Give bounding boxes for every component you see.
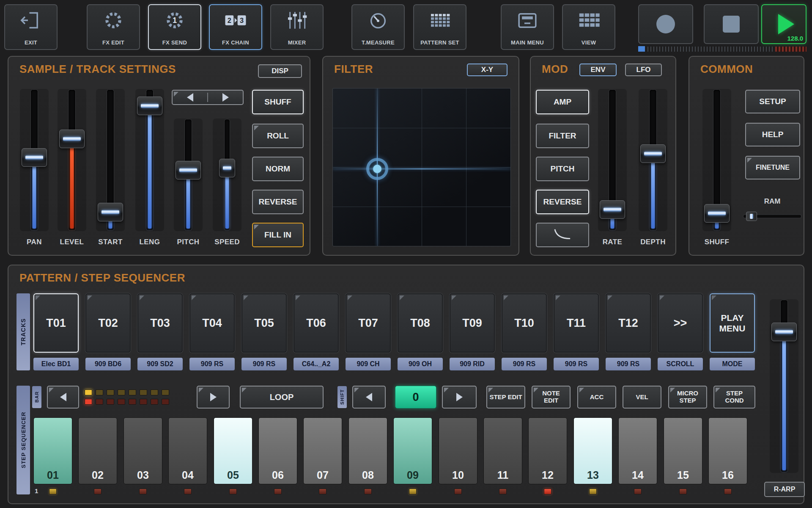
pattern-side-slider-handle[interactable] <box>771 323 797 341</box>
shift-next-button[interactable] <box>442 386 477 409</box>
slider-rate-handle[interactable] <box>600 200 625 219</box>
shuff-button[interactable]: SHUFF <box>252 90 304 114</box>
step-cond-button[interactable]: STEP COND <box>713 386 755 409</box>
sample-next-button[interactable] <box>208 91 243 104</box>
vel-button[interactable]: VEL <box>623 386 661 409</box>
step-10[interactable]: 10 <box>439 417 477 484</box>
step-07[interactable]: 07 <box>303 417 342 484</box>
step-led-09 <box>409 489 417 494</box>
slider-speed-handle[interactable] <box>219 159 235 177</box>
slider-depth[interactable]: DEPTH <box>637 89 669 246</box>
step-01[interactable]: 01 <box>33 417 72 484</box>
fill-in-button[interactable]: FILL IN <box>252 223 304 247</box>
step-edit-button[interactable]: STEP EDIT <box>486 386 525 409</box>
pattern-side-slider[interactable] <box>768 299 800 488</box>
fx-chain-button[interactable]: FX CHAIN <box>209 4 262 50</box>
step-08[interactable]: 08 <box>348 417 387 484</box>
slider-depth-handle[interactable] <box>640 144 666 163</box>
slider-pitch-handle[interactable] <box>176 161 201 179</box>
mod-filter-button[interactable]: FILTER <box>536 124 589 148</box>
xy-pad[interactable] <box>332 88 511 246</box>
slider-level-handle[interactable] <box>59 130 85 148</box>
scroll-tile[interactable]: >> <box>658 293 703 353</box>
track-tile-t02[interactable]: T02 <box>85 293 131 353</box>
finetune-button[interactable]: FINETUNE <box>745 156 800 179</box>
step-02[interactable]: 02 <box>78 417 117 484</box>
slider-start-handle[interactable] <box>98 203 123 221</box>
t-measure-button[interactable]: T.MEASURE <box>351 4 405 50</box>
help-button[interactable]: HELP <box>745 123 800 146</box>
track-tile-t11[interactable]: T11 <box>554 293 599 353</box>
ram-slider-handle[interactable] <box>746 212 757 221</box>
step-12[interactable]: 12 <box>528 417 567 484</box>
mod-reverse-button[interactable]: REVERSE <box>536 190 589 214</box>
track-tile-t05[interactable]: T05 <box>241 293 287 353</box>
mod-tab-env[interactable]: ENV <box>579 64 617 76</box>
note-edit-button[interactable]: NOTE EDIT <box>532 386 571 409</box>
mod-pitch-button[interactable]: PITCH <box>536 157 589 181</box>
norm-button[interactable]: NORM <box>252 157 304 181</box>
slider-pan[interactable]: PAN <box>19 89 50 246</box>
step-11[interactable]: 11 <box>483 417 522 484</box>
step-09[interactable]: 09 <box>393 417 432 484</box>
mod-amp-button[interactable]: AMP <box>536 90 589 114</box>
slider-leng-handle[interactable] <box>137 97 162 115</box>
track-tile-t09[interactable]: T09 <box>450 293 495 353</box>
track-tile-t06[interactable]: T06 <box>294 293 339 353</box>
fx-edit-button[interactable]: FX EDIT <box>87 4 140 50</box>
step-04[interactable]: 04 <box>168 417 207 484</box>
mod-decay-curve-button[interactable] <box>536 223 589 247</box>
track-tile-t04[interactable]: T04 <box>189 293 235 353</box>
fx-send-button[interactable]: FX SEND <box>148 4 201 50</box>
slider-common-shuff-handle[interactable] <box>704 204 730 223</box>
slider-leng[interactable]: LENG <box>134 89 165 246</box>
roll-button[interactable]: ROLL <box>252 124 304 148</box>
pattern-set-button[interactable]: PATTERN SET <box>413 4 466 50</box>
setup-button[interactable]: SETUP <box>745 90 800 113</box>
step-15[interactable]: 15 <box>664 417 702 484</box>
exit-button[interactable]: EXIT <box>4 4 58 50</box>
mod-tab-lfo[interactable]: LFO <box>625 64 662 76</box>
step-16[interactable]: 16 <box>708 417 747 484</box>
slider-common-shuff[interactable]: SHUFF <box>701 89 732 246</box>
step-06[interactable]: 06 <box>258 417 297 484</box>
acc-button[interactable]: ACC <box>577 386 616 409</box>
mixer-button[interactable]: MIXER <box>270 4 324 50</box>
play-menu-tile[interactable]: PLAY MENU <box>710 293 755 353</box>
slider-level[interactable]: LEVEL <box>56 89 88 246</box>
track-name-t04: 909 RS <box>189 358 235 370</box>
track-tile-t12[interactable]: T12 <box>606 293 651 353</box>
xy-cursor[interactable] <box>366 158 388 180</box>
micro-step-button[interactable]: MICRO STEP <box>668 386 707 409</box>
bar-next-button[interactable] <box>197 386 230 409</box>
shift-prev-button[interactable] <box>352 386 386 409</box>
slider-speed[interactable]: SPEED <box>211 119 243 246</box>
shift-value-display[interactable]: 0 <box>395 386 436 409</box>
slider-pitch[interactable]: PITCH <box>173 119 204 246</box>
slider-leng-track <box>134 89 165 231</box>
track-tile-t10[interactable]: T10 <box>502 293 547 353</box>
track-tile-t08[interactable]: T08 <box>398 293 443 353</box>
step-14[interactable]: 14 <box>618 417 657 484</box>
track-tile-t03[interactable]: T03 <box>137 293 183 353</box>
play-button[interactable]: 128.0 <box>761 4 807 44</box>
step-05[interactable]: 05 <box>214 417 252 484</box>
track-tile-t07[interactable]: T07 <box>346 293 391 353</box>
slider-pan-handle[interactable] <box>22 148 47 167</box>
bar-prev-button[interactable] <box>47 386 79 409</box>
slider-rate[interactable]: RATE <box>597 89 628 246</box>
main-menu-button[interactable]: MAIN MENU <box>501 4 554 50</box>
ram-slider[interactable] <box>743 212 801 221</box>
step-03[interactable]: 03 <box>123 417 162 484</box>
record-button[interactable] <box>638 4 693 44</box>
track-tile-t01[interactable]: T01 <box>33 293 79 353</box>
xy-mode-button[interactable]: X-Y <box>467 64 508 76</box>
disp-button[interactable]: DISP <box>258 64 302 78</box>
loop-button[interactable]: LOOP <box>240 386 324 409</box>
sample-prev-button[interactable] <box>173 91 207 104</box>
step-13[interactable]: 13 <box>573 417 612 484</box>
reverse-button[interactable]: REVERSE <box>252 190 304 214</box>
view-button[interactable]: VIEW <box>562 4 615 50</box>
stop-button[interactable] <box>704 4 759 44</box>
slider-start[interactable]: START <box>95 89 126 246</box>
